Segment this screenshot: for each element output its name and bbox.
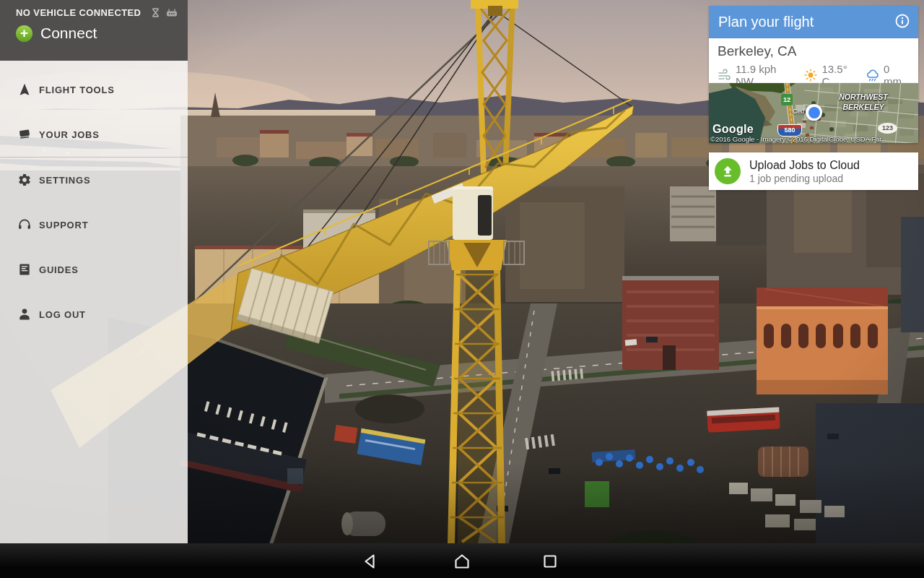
sidebar-item-guides[interactable]: GUIDES	[0, 247, 188, 292]
menu-label: YOUR JOBS	[39, 129, 100, 140]
sidebar-item-log-out[interactable]: LOG OUT	[0, 292, 188, 337]
sidebar-item-flight-tools[interactable]: FLIGHT TOOLS	[0, 67, 188, 112]
plan-card-header: Plan your flight	[709, 6, 918, 38]
google-logo: Google	[712, 123, 754, 136]
recents-icon[interactable]	[540, 551, 560, 571]
app-screen: NO VEHICLE CONNECTED + Connect	[0, 0, 924, 578]
menu-label: GUIDES	[39, 264, 79, 275]
menu-label: SETTINGS	[39, 175, 90, 186]
upload-icon	[715, 158, 741, 184]
home-icon[interactable]	[452, 551, 472, 571]
menu-label: LOG OUT	[39, 309, 86, 320]
sidebar-item-your-jobs[interactable]: YOUR JOBS	[0, 112, 188, 157]
upload-subtitle: 1 job pending upload	[749, 173, 860, 184]
sidebar-menu: FLIGHT TOOLS YOUR JOBS SETTINGS SUPPORT	[0, 61, 188, 337]
upload-jobs-button[interactable]: Upload Jobs to Cloud 1 job pending uploa…	[709, 152, 918, 190]
rain-icon	[866, 68, 884, 82]
route-12-shield: 12	[781, 94, 793, 105]
gear-icon	[17, 173, 32, 187]
location-label: Berkeley, CA	[718, 43, 910, 59]
guide-book-icon	[17, 262, 32, 277]
connection-status-text: NO VEHICLE CONNECTED	[16, 7, 150, 18]
plan-card-title: Plan your flight	[718, 14, 894, 30]
back-icon[interactable]	[360, 551, 380, 571]
sidebar: NO VEHICLE CONNECTED + Connect	[0, 0, 188, 543]
navigation-arrow-icon	[17, 82, 32, 97]
route-123-shield: 123	[878, 123, 897, 134]
sidebar-item-support[interactable]: SUPPORT	[0, 202, 188, 247]
headset-icon	[17, 217, 32, 232]
weather-panel: Berkeley, CA 11.9 kph NW 13.5° C 0 mm	[709, 38, 918, 83]
drone-icon	[150, 7, 161, 18]
sidebar-item-settings[interactable]: SETTINGS	[0, 158, 188, 202]
info-icon[interactable]	[894, 13, 910, 32]
card-gap	[709, 143, 918, 152]
plan-flight-card: Plan your flight Berkeley, CA 11.9 kph N…	[709, 6, 918, 190]
plus-icon: +	[16, 25, 32, 42]
android-navbar	[0, 543, 924, 578]
connection-header: NO VEHICLE CONNECTED + Connect	[0, 0, 188, 61]
map-copyright: ©2016 Google - Imagery ©2016 DigitalGlob…	[710, 135, 918, 143]
map-street-label: Ced	[793, 108, 805, 115]
upload-title: Upload Jobs to Cloud	[749, 159, 860, 172]
connect-label: Connect	[40, 25, 97, 42]
person-icon	[17, 307, 32, 322]
controller-icon	[166, 7, 178, 18]
connect-button[interactable]: + Connect	[16, 25, 178, 42]
menu-label: SUPPORT	[39, 220, 88, 230]
current-location-dot	[806, 104, 822, 121]
sun-icon	[803, 68, 821, 82]
wind-icon	[718, 68, 736, 82]
map-area-label: NORTHWEST BERKELEY	[826, 92, 901, 112]
job-cards-icon	[17, 127, 32, 142]
menu-label: FLIGHT TOOLS	[39, 85, 115, 95]
flight-map[interactable]: 12 580 123 NORTHWEST BERKELEY Ced Google…	[709, 83, 918, 143]
